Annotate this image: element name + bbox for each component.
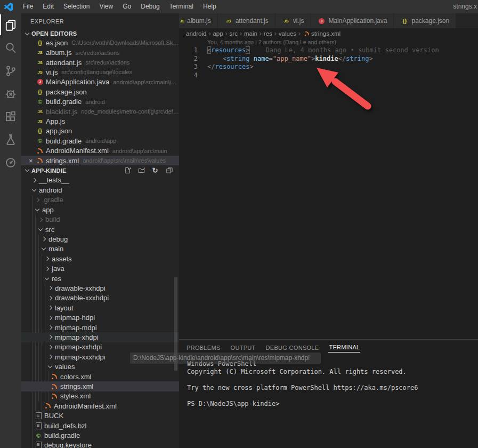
menu-item[interactable]: Help [198, 3, 221, 10]
chevron-down-icon [23, 166, 31, 175]
new-file-button[interactable] [124, 167, 131, 174]
breadcrumb-item[interactable]: values [279, 30, 296, 37]
tree-item[interactable]: BUCK [21, 411, 179, 421]
file-path: android\app\src\main\java\com... [113, 79, 179, 85]
tree-item[interactable]: app [21, 205, 179, 214]
tree-item[interactable]: colors.xml [21, 372, 179, 381]
tree-item[interactable]: mipmap-xxhdpi [21, 342, 179, 352]
refresh-button[interactable]: ↻ [151, 167, 159, 174]
tree-item[interactable]: res [21, 274, 179, 283]
extensions-icon[interactable] [0, 105, 21, 128]
js-icon [36, 107, 44, 116]
open-editor-item[interactable]: MainApplication.java android\app\src\mai… [21, 77, 179, 87]
editor-tab[interactable]: MainApplication.java [311, 13, 393, 28]
chevron-icon [34, 205, 40, 214]
tree-item[interactable]: drawable-xxxhdpi [21, 293, 179, 303]
explorer-icon[interactable] [0, 13, 21, 36]
breadcrumb-item[interactable]: res [264, 30, 272, 37]
panel-tab[interactable]: OUTPUT [230, 342, 256, 353]
collapse-all-button[interactable] [165, 167, 173, 174]
tree-item-label: mipmap-xxhdpi [55, 343, 102, 351]
tree-item-label: BUCK [44, 412, 63, 420]
open-editors-header[interactable]: OPEN EDITORS [21, 29, 179, 38]
code-editor[interactable]: You, 4 months ago | 2 authors (Dang Le a… [179, 38, 478, 326]
menu-item[interactable]: Selection [59, 3, 94, 10]
menu-bar: FileEditSelectionViewGoDebugTerminalHelp [18, 0, 221, 13]
menu-item[interactable]: Edit [38, 3, 59, 10]
tree-item-label: main [48, 245, 63, 253]
breadcrumb-file[interactable]: strings.xml [311, 30, 341, 37]
project-name-label: APP-KINDIE [31, 167, 67, 174]
tree-item-label: colors.xml [60, 373, 92, 381]
tree-item[interactable]: build.gradle [21, 430, 179, 440]
tree-item[interactable]: src [21, 225, 179, 234]
breadcrumb-item[interactable]: android [186, 30, 206, 37]
tree-item[interactable]: main [21, 244, 179, 254]
tree-item[interactable]: __tests__ [21, 175, 179, 185]
tree-item-label: mipmap-hdpi [55, 314, 95, 322]
open-editor-item[interactable]: App.js [21, 116, 179, 126]
tree-item[interactable]: AndroidManifest.xml [21, 401, 179, 411]
editor-tab[interactable]: vi.js [276, 13, 311, 28]
breadcrumb-item[interactable]: app [213, 30, 223, 37]
menu-item[interactable]: Debug [136, 3, 164, 10]
menu-item[interactable]: Go [118, 3, 136, 10]
codelens-annotation[interactable]: You, 4 months ago | 2 authors (Dang Le a… [179, 38, 478, 46]
tree-item[interactable]: styles.xml [21, 391, 179, 401]
file-tree: __tests__ android .gradle app build [21, 175, 179, 448]
open-editor-item[interactable]: strings.xml android\app\src\main\res\val… [21, 156, 179, 165]
search-icon[interactable] [0, 36, 21, 59]
tree-item[interactable]: drawable-xxhdpi [21, 283, 179, 293]
breadcrumb: android app src main res values strings.… [179, 28, 478, 38]
tree-item[interactable]: assets [21, 254, 179, 263]
tree-item[interactable]: mipmap-mdpi [21, 323, 179, 332]
test-beaker-icon[interactable] [0, 128, 21, 151]
new-folder-button[interactable] [137, 167, 145, 174]
breadcrumb-item[interactable]: main [244, 30, 257, 37]
panel-tab[interactable]: DEBUG CONSOLE [265, 342, 320, 353]
menu-item[interactable]: View [94, 3, 118, 10]
json-icon [36, 38, 44, 47]
tree-item[interactable]: strings.xml [21, 381, 179, 391]
project-section-header[interactable]: APP-KINDIE ↻ [21, 165, 179, 175]
tree-item[interactable]: build_defs.bzl [21, 421, 179, 430]
tree-item[interactable]: layout [21, 303, 179, 313]
timeline-icon[interactable] [0, 151, 21, 174]
open-editor-item[interactable]: package.json [21, 87, 179, 97]
open-editor-item[interactable]: es.json C:\Users\vothi\Downloads\Microso… [21, 38, 179, 47]
editor-tab[interactable]: package.json [394, 13, 456, 28]
tree-item-label: build_defs.bzl [44, 422, 87, 430]
tree-item[interactable]: debug [21, 234, 179, 244]
tree-item[interactable]: mipmap-hdpi [21, 313, 179, 322]
editor-tab[interactable]: attendant.js [218, 13, 275, 28]
editor-tab[interactable]: album.js [179, 13, 217, 28]
open-editor-item[interactable]: build.gradle android\app [21, 136, 179, 146]
xml-icon [44, 402, 52, 410]
breadcrumb-item[interactable]: src [230, 30, 238, 37]
menu-item[interactable]: File [18, 3, 38, 10]
tab-label: album.js [187, 17, 211, 25]
tree-item[interactable]: java [21, 263, 179, 273]
debug-icon[interactable] [0, 82, 21, 105]
source-control-icon[interactable] [0, 59, 21, 82]
open-editor-item[interactable]: AndroidManifest.xml android\app\src\main [21, 146, 179, 155]
panel-tab[interactable]: TERMINAL [328, 341, 360, 353]
tree-item[interactable]: build [21, 214, 179, 224]
open-editor-item[interactable]: app.json [21, 126, 179, 136]
chevron-icon [44, 274, 50, 283]
menu-item[interactable]: Terminal [165, 3, 198, 10]
tree-item[interactable]: .gradle [21, 195, 179, 205]
terminal-output[interactable]: Windows PowerShellCopyright (C) Microsof… [187, 360, 478, 408]
open-editor-item[interactable]: vi.js src\config\language\locales [21, 67, 179, 77]
open-editor-item[interactable]: blacklist.js node_modules\metro-config\s… [21, 107, 179, 116]
close-icon[interactable] [29, 157, 36, 164]
panel-tab[interactable]: PROBLEMS [186, 342, 221, 353]
tree-item[interactable]: android [21, 185, 179, 195]
open-editor-item[interactable]: album.js src\redux\actions [21, 47, 179, 57]
open-editor-item[interactable]: attendant.js src\redux\actions [21, 58, 179, 67]
tree-item[interactable]: debug.keystore [21, 441, 179, 448]
open-editor-item[interactable]: build.gradle android [21, 97, 179, 106]
line-number: 4 [179, 71, 198, 80]
tree-item[interactable]: mipmap-xhdpi [21, 332, 179, 342]
js-icon [36, 49, 44, 57]
